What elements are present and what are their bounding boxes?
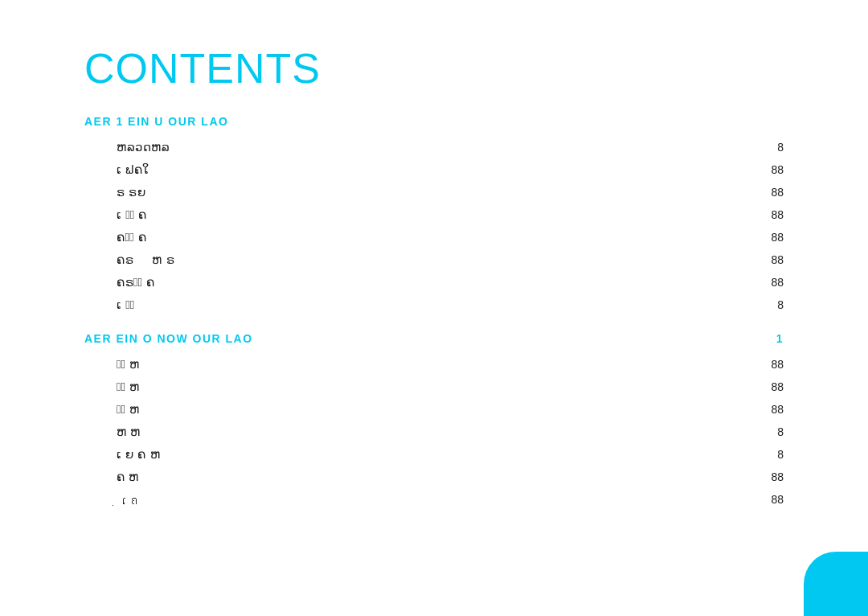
entry-text: ເ ຟຄໃ bbox=[117, 162, 149, 177]
toc-row: ຄຣຫ຺ ຄ 88 bbox=[84, 271, 784, 294]
entry-text: ຺ ເ ຄ bbox=[117, 493, 138, 507]
toc-row: ຫ຺ ຫ 88 bbox=[84, 353, 784, 376]
entry-page: 88 bbox=[751, 163, 784, 176]
entry-page: 88 bbox=[751, 186, 784, 199]
toc-row: ຄຣ ຫ ຣ 88 bbox=[84, 248, 784, 271]
entry-page: 8 bbox=[751, 448, 784, 461]
toc-row: ຺ ເ ຄ 88 bbox=[84, 488, 784, 511]
toc-row: ຍ຺ ຫ 88 bbox=[84, 398, 784, 421]
entry-page: 8 bbox=[751, 298, 784, 311]
section-2-title: AER EIN O NOW OUR LAO bbox=[84, 332, 253, 345]
entry-page: 88 bbox=[751, 380, 784, 393]
toc-row: ຄ ຫ 88 bbox=[84, 466, 784, 488]
section-2-header: AER EIN O NOW OUR LAO 1 bbox=[84, 332, 784, 345]
toc-row: ຫ ຫ 8 bbox=[84, 421, 784, 443]
entry-text: ເ ຍ ຄ ຫ bbox=[117, 447, 160, 462]
entry-text: ຄຣ຺ ຄ bbox=[117, 230, 146, 244]
section-1-header: AER 1 EIN U OUR LAO bbox=[84, 115, 784, 128]
entry-text: ຫ຺ ຫ bbox=[117, 357, 140, 372]
section-2-page: 1 bbox=[776, 332, 784, 345]
page-container: CONTENTS AER 1 EIN U OUR LAO ຫລວດຫລ 8 ເ … bbox=[0, 0, 868, 543]
corner-decoration bbox=[804, 552, 868, 616]
entry-page: 88 bbox=[751, 253, 784, 266]
entry-text: ເ ຫ຺ bbox=[117, 298, 135, 312]
entry-text: ຣ ຣຍ bbox=[117, 185, 145, 199]
toc-row: ເ ຍ ຄ ຫ 8 bbox=[84, 443, 784, 466]
entry-text: ຄຣຫ຺ ຄ bbox=[117, 275, 155, 290]
entry-page: 88 bbox=[751, 231, 784, 244]
entry-page: 88 bbox=[751, 208, 784, 221]
entry-page: 8 bbox=[751, 141, 784, 154]
entry-text: ຫ ຫ bbox=[117, 425, 141, 439]
entry-page: 88 bbox=[751, 470, 784, 483]
toc-row: ເ ຫ຺ 8 bbox=[84, 294, 784, 316]
entry-text: ຄຣ ຫ ຣ bbox=[117, 253, 174, 267]
toc-row: ຫລວດຫລ 8 bbox=[84, 136, 784, 158]
entry-text: ຫລວດຫລ bbox=[117, 140, 170, 154]
entry-page: 8 bbox=[751, 425, 784, 438]
entry-page: 88 bbox=[751, 493, 784, 506]
page-title: CONTENTS bbox=[84, 44, 784, 92]
toc-row: ເ ຟຄໃ 88 bbox=[84, 158, 784, 181]
entry-page: 88 bbox=[751, 276, 784, 289]
section-1-title: AER 1 EIN U OUR LAO bbox=[84, 115, 228, 128]
entry-text: ຄ ຫ bbox=[117, 470, 139, 484]
entry-page: 88 bbox=[751, 403, 784, 416]
entry-text: ໄ຺ ຫ bbox=[117, 380, 140, 394]
toc-row: ໄ຺ ຫ 88 bbox=[84, 376, 784, 398]
entry-text: ຍ຺ ຫ bbox=[117, 402, 140, 417]
toc-row: ຄຣ຺ ຄ 88 bbox=[84, 226, 784, 248]
toc-row: ຣ ຣຍ 88 bbox=[84, 181, 784, 203]
entry-page: 88 bbox=[751, 358, 784, 371]
toc-row: ເ ຣ຺ ຄ 88 bbox=[84, 203, 784, 226]
entry-text: ເ ຣ຺ ຄ bbox=[117, 207, 147, 222]
